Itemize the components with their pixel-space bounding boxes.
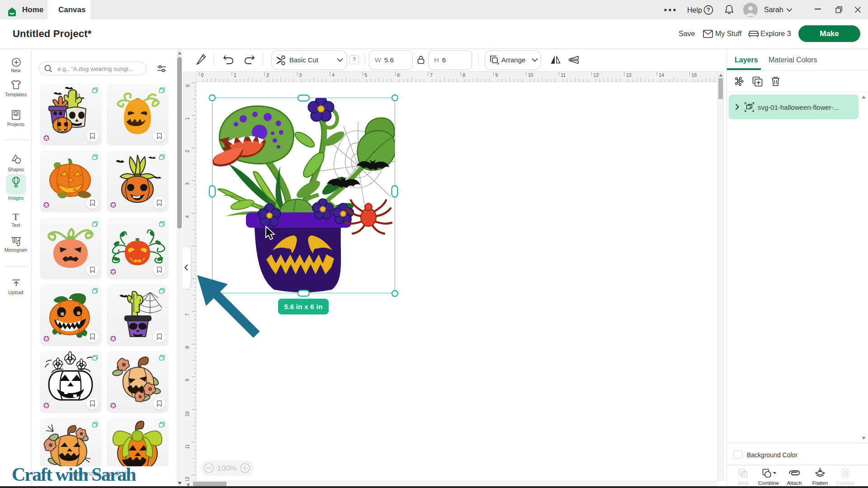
svg-text:3: 3 bbox=[299, 72, 302, 78]
svg-text:1: 1 bbox=[185, 117, 190, 120]
svg-text:12: 12 bbox=[594, 72, 599, 78]
svg-text:12: 12 bbox=[185, 477, 190, 481]
svg-text:9: 9 bbox=[185, 379, 190, 381]
svg-text:13: 13 bbox=[626, 72, 632, 78]
svg-text:8: 8 bbox=[462, 72, 465, 78]
svg-text:2: 2 bbox=[185, 150, 190, 153]
svg-text:7: 7 bbox=[185, 313, 190, 316]
svg-text:4: 4 bbox=[332, 72, 335, 78]
svg-text:11: 11 bbox=[561, 72, 566, 78]
svg-text:2: 2 bbox=[266, 72, 269, 78]
svg-text:11: 11 bbox=[185, 444, 190, 449]
svg-text:9: 9 bbox=[495, 72, 498, 78]
svg-text:10: 10 bbox=[528, 72, 533, 78]
svg-text:1: 1 bbox=[234, 72, 236, 78]
svg-text:?: ? bbox=[707, 7, 710, 13]
svg-text:3: 3 bbox=[185, 183, 190, 185]
svg-text:7: 7 bbox=[430, 72, 433, 78]
svg-text:10: 10 bbox=[185, 411, 190, 417]
svg-text:14: 14 bbox=[659, 72, 664, 78]
svg-text:0: 0 bbox=[201, 72, 204, 78]
svg-text:15: 15 bbox=[692, 72, 697, 78]
svg-text:6: 6 bbox=[397, 72, 400, 78]
svg-text:5: 5 bbox=[364, 72, 367, 78]
svg-text:4: 4 bbox=[185, 215, 190, 218]
svg-text:8: 8 bbox=[185, 346, 190, 348]
svg-text:0: 0 bbox=[185, 84, 190, 87]
